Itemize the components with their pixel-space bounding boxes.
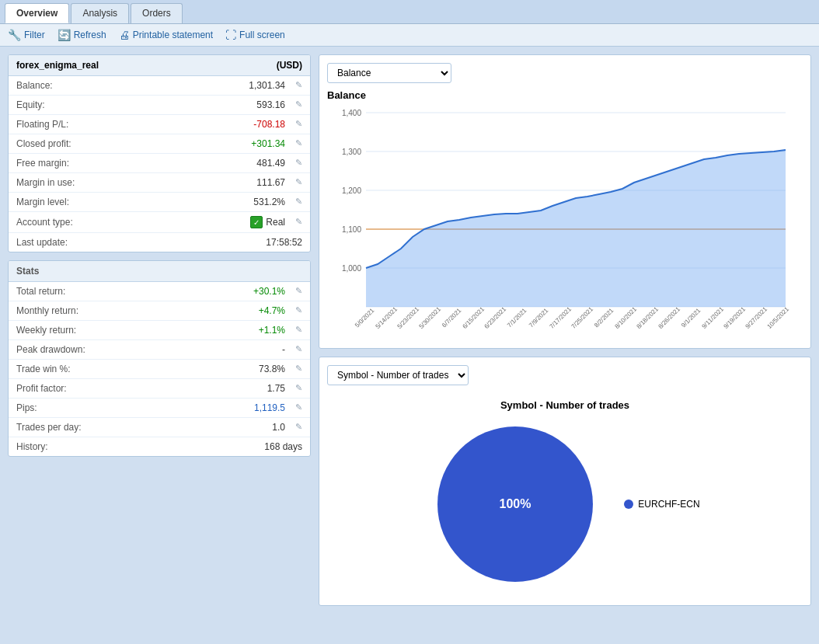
label-closed-profit: Closed profit: — [9, 134, 182, 154]
pie-container: 100% EURCHF-ECN — [335, 419, 795, 590]
table-row: Trades per day: 1.0 ✎ — [9, 418, 310, 437]
account-type-value: Real — [266, 217, 285, 228]
svg-text:7/17/2021: 7/17/2021 — [548, 305, 573, 330]
balance-chart-wrap: 1,400 1,300 1,200 1,100 1,000 5/ — [327, 105, 803, 340]
edit-weekly-return-icon[interactable]: ✎ — [291, 325, 302, 336]
stats-card: Stats Total return: +30.1% ✎ Monthly — [8, 260, 311, 457]
edit-total-return-icon[interactable]: ✎ — [291, 286, 302, 297]
balance-dropdown-select[interactable]: Balance Equity Floating P/L — [327, 63, 451, 83]
svg-text:5/23/2021: 5/23/2021 — [396, 305, 420, 330]
value-margin-level: 531.2% — [253, 197, 285, 207]
tab-orders[interactable]: Orders — [131, 3, 183, 23]
main-content: forex_enigma_real (USD) Balance: 1,301.3… — [0, 47, 819, 614]
label-trade-win: Trade win %: — [9, 360, 186, 379]
svg-text:9/1/2021: 9/1/2021 — [680, 307, 702, 329]
label-account-type: Account type: — [9, 212, 182, 233]
print-button[interactable]: 🖨 Printable statement — [119, 29, 213, 41]
edit-free-margin-icon[interactable]: ✎ — [291, 158, 302, 169]
label-free-margin: Free margin: — [9, 154, 182, 173]
balance-chart-dropdown[interactable]: Balance Equity Floating P/L — [327, 63, 803, 83]
edit-balance-icon[interactable]: ✎ — [291, 80, 302, 91]
label-floating-pl: Floating P/L: — [9, 115, 182, 134]
stats-header: Stats — [9, 261, 310, 282]
val-floating-pl: -708.18 ✎ — [182, 115, 310, 134]
table-row: Balance: 1,301.34 ✎ — [9, 76, 310, 96]
svg-text:7/1/2021: 7/1/2021 — [506, 307, 528, 329]
label-profit-factor: Profit factor: — [9, 379, 186, 399]
edit-margin-in-use-icon[interactable]: ✎ — [291, 177, 302, 188]
stats-title: Stats — [16, 266, 39, 277]
val-history: 168 days — [186, 437, 310, 457]
svg-text:6/23/2021: 6/23/2021 — [483, 305, 507, 330]
table-row: Free margin: 481.49 ✎ — [9, 154, 310, 173]
svg-text:8/10/2021: 8/10/2021 — [613, 305, 638, 330]
value-margin-in-use: 111.67 — [256, 177, 285, 188]
value-balance: 1,301.34 — [249, 80, 285, 91]
val-monthly-return: +4.7% ✎ — [186, 301, 310, 321]
stats-table: Total return: +30.1% ✎ Monthly return: — [9, 282, 310, 456]
value-floating-pl: -708.18 — [253, 119, 285, 130]
label-last-update: Last update: — [9, 233, 182, 252]
svg-text:9/11/2021: 9/11/2021 — [700, 305, 725, 330]
table-row: Profit factor: 1.75 ✎ — [9, 379, 310, 399]
svg-text:5/30/2021: 5/30/2021 — [417, 305, 442, 330]
edit-equity-icon[interactable]: ✎ — [291, 99, 302, 110]
right-column: Balance Equity Floating P/L Balance — [319, 54, 811, 606]
label-pips: Pips: — [9, 399, 186, 418]
balance-chart-title: Balance — [327, 89, 803, 101]
filter-button[interactable]: 🔧 Filter — [8, 29, 45, 41]
edit-closed-profit-icon[interactable]: ✎ — [291, 138, 302, 149]
fullscreen-button[interactable]: ⛶ Full screen — [225, 29, 285, 41]
label-equity: Equity: — [9, 96, 182, 115]
table-row: Equity: 593.16 ✎ — [9, 96, 310, 115]
label-margin-in-use: Margin in use: — [9, 173, 182, 193]
edit-profit-factor-icon[interactable]: ✎ — [291, 383, 302, 394]
account-header: forex_enigma_real (USD) — [9, 55, 310, 76]
svg-text:7/9/2021: 7/9/2021 — [528, 307, 550, 329]
label-weekly-return: Weekly return: — [9, 321, 186, 340]
val-trade-win: 73.8% ✎ — [186, 360, 310, 379]
pie-chart-svg: 100% — [430, 419, 601, 590]
svg-text:5/0/2021: 5/0/2021 — [354, 307, 376, 329]
symbol-dropdown-select[interactable]: Symbol - Number of trades Symbol - Profi… — [327, 365, 469, 385]
svg-text:1,100: 1,100 — [342, 225, 361, 234]
val-margin-in-use: 111.67 ✎ — [182, 173, 310, 193]
value-trade-win: 73.8% — [259, 364, 285, 374]
tab-analysis[interactable]: Analysis — [71, 3, 129, 23]
tab-overview[interactable]: Overview — [5, 3, 69, 23]
val-peak-drawdown: - ✎ — [186, 340, 310, 360]
svg-text:8/2/2021: 8/2/2021 — [593, 307, 615, 329]
edit-trade-win-icon[interactable]: ✎ — [291, 364, 302, 374]
val-closed-profit: +301.34 ✎ — [182, 134, 310, 154]
filter-label: Filter — [24, 30, 45, 40]
val-last-update: 17:58:52 — [182, 233, 310, 252]
edit-pips-icon[interactable]: ✎ — [291, 402, 302, 413]
check-icon: ✓ — [250, 216, 263, 228]
svg-text:8/26/2021: 8/26/2021 — [657, 305, 681, 330]
refresh-label: Refresh — [74, 30, 106, 40]
fullscreen-label: Full screen — [239, 30, 285, 40]
edit-margin-level-icon[interactable]: ✎ — [291, 197, 302, 207]
value-history: 168 days — [264, 441, 302, 452]
svg-text:6/7/2021: 6/7/2021 — [441, 307, 463, 329]
value-total-return: +30.1% — [253, 286, 285, 297]
edit-peak-drawdown-icon[interactable]: ✎ — [291, 344, 302, 355]
table-row: Margin in use: 111.67 ✎ — [9, 173, 310, 193]
value-weekly-return: +1.1% — [259, 325, 285, 336]
symbol-chart-dropdown[interactable]: Symbol - Number of trades Symbol - Profi… — [327, 365, 803, 385]
svg-text:5/14/2021: 5/14/2021 — [374, 305, 399, 330]
label-monthly-return: Monthly return: — [9, 301, 186, 321]
legend-dot-eurchf — [624, 500, 633, 509]
filter-icon: 🔧 — [8, 29, 21, 41]
edit-account-type-icon[interactable]: ✎ — [291, 217, 302, 228]
edit-floating-pl-icon[interactable]: ✎ — [291, 119, 302, 130]
val-weekly-return: +1.1% ✎ — [186, 321, 310, 340]
fullscreen-icon: ⛶ — [225, 29, 236, 41]
refresh-icon: 🔄 — [58, 29, 71, 41]
svg-text:1,200: 1,200 — [342, 186, 361, 195]
edit-monthly-return-icon[interactable]: ✎ — [291, 305, 302, 316]
table-row: Margin level: 531.2% ✎ — [9, 193, 310, 212]
refresh-button[interactable]: 🔄 Refresh — [58, 29, 106, 41]
value-profit-factor: 1.75 — [267, 383, 285, 394]
edit-trades-per-day-icon[interactable]: ✎ — [291, 422, 302, 433]
